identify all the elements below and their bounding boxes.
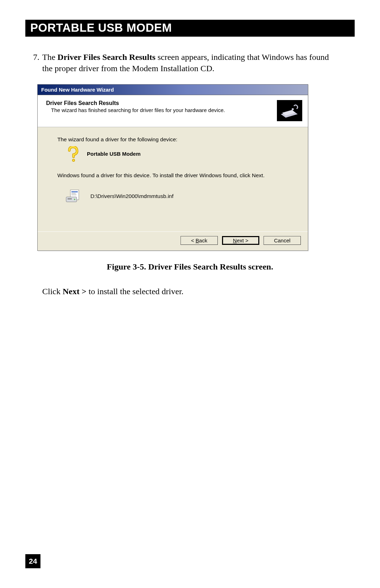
found-new-hardware-wizard: Found New Hardware Wizard Driver Files S… bbox=[37, 84, 308, 251]
next-button[interactable]: Next > bbox=[222, 236, 259, 245]
wizard-header: Driver Files Search Results The wizard h… bbox=[38, 95, 308, 127]
page-number: 24 bbox=[25, 554, 40, 568]
after-post: to install the selected driver. bbox=[87, 287, 184, 296]
driver-path: D:\Drivers\Win2000\mdmmtusb.inf bbox=[90, 193, 173, 199]
back-button[interactable]: < Back bbox=[180, 236, 218, 245]
wizard-header-subtitle: The wizard has finished searching for dr… bbox=[46, 107, 273, 113]
driver-path-row: D:\Drivers\Win2000\mdmmtusb.inf bbox=[65, 189, 294, 203]
step-number: 7. bbox=[25, 51, 42, 74]
after-pre: Click bbox=[42, 287, 63, 296]
device-row: Portable USB Modem bbox=[65, 146, 294, 162]
device-name: Portable USB Modem bbox=[87, 151, 141, 157]
back-prefix: < bbox=[191, 237, 196, 243]
back-rest: ack bbox=[199, 237, 207, 243]
page-header: PORTABLE USB MODEM bbox=[25, 20, 355, 37]
step-pre: The bbox=[42, 52, 57, 62]
unknown-device-icon bbox=[65, 146, 81, 162]
svg-rect-7 bbox=[71, 194, 76, 195]
step-7: 7. The Driver Files Search Results scree… bbox=[25, 51, 355, 74]
svg-rect-9 bbox=[68, 198, 72, 199]
back-underline: B bbox=[196, 237, 199, 243]
svg-rect-5 bbox=[71, 191, 78, 192]
next-rest: ext > bbox=[237, 237, 248, 243]
svg-point-3 bbox=[73, 159, 75, 161]
svg-point-1 bbox=[292, 108, 294, 110]
wizard-footer: < Back Next > Cancel bbox=[38, 231, 308, 250]
hardware-icon bbox=[277, 100, 302, 121]
install-instruction: Windows found a driver for this device. … bbox=[57, 172, 294, 179]
wizard-header-title: Driver Files Search Results bbox=[46, 100, 273, 106]
cancel-button[interactable]: Cancel bbox=[264, 236, 301, 245]
inf-file-icon bbox=[65, 189, 82, 203]
step-text: The Driver Files Search Results screen a… bbox=[42, 51, 355, 74]
next-underline: N bbox=[233, 237, 237, 243]
found-device-line: The wizard found a driver for the follow… bbox=[57, 136, 294, 143]
figure-caption: Figure 3-5. Driver Files Search Results … bbox=[25, 262, 355, 272]
step-bold: Driver Files Search Results bbox=[57, 52, 155, 62]
post-figure-instruction: Click Next > to install the selected dri… bbox=[42, 286, 355, 297]
svg-point-10 bbox=[74, 199, 75, 200]
after-bold: Next > bbox=[63, 287, 87, 296]
wizard-body: The wizard found a driver for the follow… bbox=[38, 127, 308, 231]
svg-rect-6 bbox=[71, 193, 76, 194]
wizard-titlebar: Found New Hardware Wizard bbox=[38, 85, 308, 95]
